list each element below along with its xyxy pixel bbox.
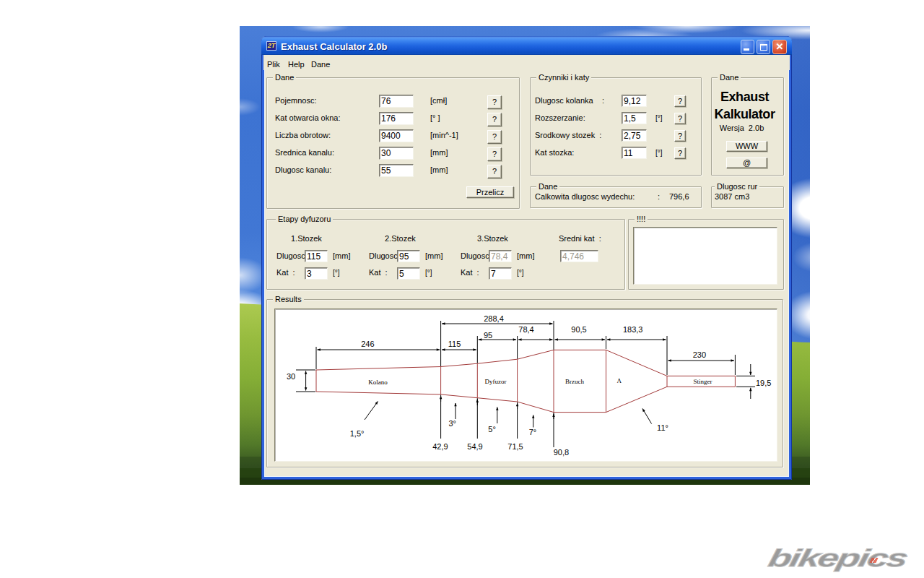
svg-text:115: 115 (448, 340, 461, 348)
svg-text:7°: 7° (529, 428, 537, 436)
svg-text:288,4: 288,4 (484, 314, 504, 323)
svg-text:30: 30 (287, 372, 295, 381)
svg-text:90,8: 90,8 (554, 448, 569, 457)
svg-text:230: 230 (693, 350, 706, 359)
svg-text:42,9: 42,9 (432, 442, 448, 451)
svg-text:Stinger: Stinger (694, 378, 712, 385)
svg-text:Brzuch: Brzuch (565, 378, 584, 385)
svg-text:183,3: 183,3 (623, 325, 643, 334)
svg-text:95: 95 (484, 331, 492, 340)
svg-text:1,5°: 1,5° (350, 429, 365, 438)
svg-text:54,9: 54,9 (467, 442, 482, 451)
svg-text:11°: 11° (657, 423, 668, 432)
svg-text:3°: 3° (448, 419, 456, 428)
svg-text:78,4: 78,4 (518, 325, 533, 334)
svg-text:71,5: 71,5 (507, 442, 523, 451)
svg-text:Λ: Λ (616, 377, 622, 384)
svg-text:Dyfuzor: Dyfuzor (485, 378, 507, 385)
svg-text:5°: 5° (488, 425, 496, 434)
svg-text:19,5: 19,5 (756, 379, 771, 387)
svg-text:246: 246 (361, 340, 374, 348)
svg-text:Kolano: Kolano (368, 379, 388, 386)
svg-text:90,5: 90,5 (571, 325, 586, 334)
